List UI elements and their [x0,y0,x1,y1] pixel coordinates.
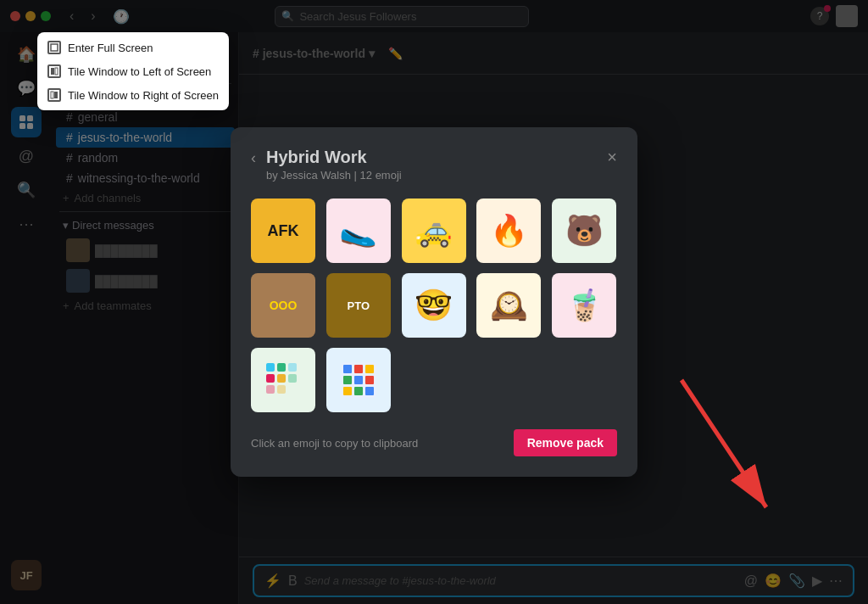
emoji-slack-logo[interactable] [251,348,315,412]
svg-rect-25 [354,387,363,395]
emoji-coffee-cup[interactable]: 🧋 [552,273,616,338]
svg-rect-18 [343,365,352,373]
svg-rect-19 [354,365,363,373]
svg-rect-16 [277,385,286,394]
modal-close-button[interactable]: × [607,148,617,167]
fullscreen-icon [47,41,61,54]
remove-pack-button[interactable]: Remove pack [514,429,617,456]
context-menu-item-fullscreen[interactable]: Enter Full Screen [37,36,229,59]
tile-left-label: Tile Window to Left of Screen [68,65,211,78]
emoji-backpack[interactable]: 🐻 [552,199,616,263]
svg-rect-26 [365,387,374,395]
emoji-clock[interactable]: 🕰️ [476,273,541,338]
modal-separator: | [354,169,360,182]
modal-author: by Jessica Walsh [266,169,351,182]
modal-footer: Click an emoji to copy to clipboard Remo… [251,429,617,456]
modal-title-group: Hybrid Work by Jessica Walsh | 12 emoji [266,148,607,182]
context-menu-item-tile-left[interactable]: Tile Window to Left of Screen [37,59,229,83]
emoji-grid: AFK 🥿 🚕 🔥 🐻 OOO PTO 🤓 🕰️ 🧋 [251,199,617,412]
svg-rect-10 [277,363,286,372]
context-menu-item-tile-right[interactable]: Tile Window to Right of Screen [37,83,229,107]
svg-rect-9 [266,363,275,372]
svg-rect-13 [288,363,297,372]
svg-rect-12 [277,374,286,383]
emoji-sneaker[interactable]: 🥿 [326,199,391,263]
svg-rect-2 [55,68,58,75]
svg-rect-3 [51,92,53,98]
svg-rect-24 [343,387,352,395]
emoji-afk[interactable]: AFK [251,199,315,263]
svg-rect-1 [51,68,54,75]
modal-count: 12 emoji [360,169,402,182]
context-menu: Enter Full Screen Tile Window to Left of… [37,32,229,110]
modal-title: Hybrid Work [266,148,607,167]
red-arrow-annotation [665,363,800,536]
svg-rect-14 [266,385,275,394]
footer-hint: Click an emoji to copy to clipboard [251,437,418,450]
svg-rect-20 [365,365,374,373]
emoji-face-mask[interactable]: 🤓 [402,273,466,338]
svg-rect-23 [365,376,374,384]
emoji-fire-desk[interactable]: 🔥 [476,199,541,263]
svg-rect-0 [51,44,58,51]
fullscreen-label: Enter Full Screen [68,42,153,54]
emoji-grid-app[interactable] [326,348,391,412]
emoji-pto[interactable]: PTO [326,273,391,338]
svg-rect-4 [54,92,58,98]
svg-rect-15 [288,374,297,383]
svg-rect-21 [343,376,352,384]
svg-rect-22 [354,376,363,384]
tile-right-icon [47,88,61,102]
modal-subtitle: by Jessica Walsh | 12 emoji [266,169,607,182]
emoji-ooo[interactable]: OOO [251,273,315,338]
emoji-pack-modal: ‹ Hybrid Work by Jessica Walsh | 12 emoj… [231,127,637,477]
svg-rect-11 [266,374,275,383]
modal-header: ‹ Hybrid Work by Jessica Walsh | 12 emoj… [251,148,617,182]
emoji-car-sign[interactable]: 🚕 [402,199,466,263]
tile-right-label: Tile Window to Right of Screen [68,89,219,102]
tile-left-icon [47,64,61,78]
modal-back-button[interactable]: ‹ [251,149,256,167]
